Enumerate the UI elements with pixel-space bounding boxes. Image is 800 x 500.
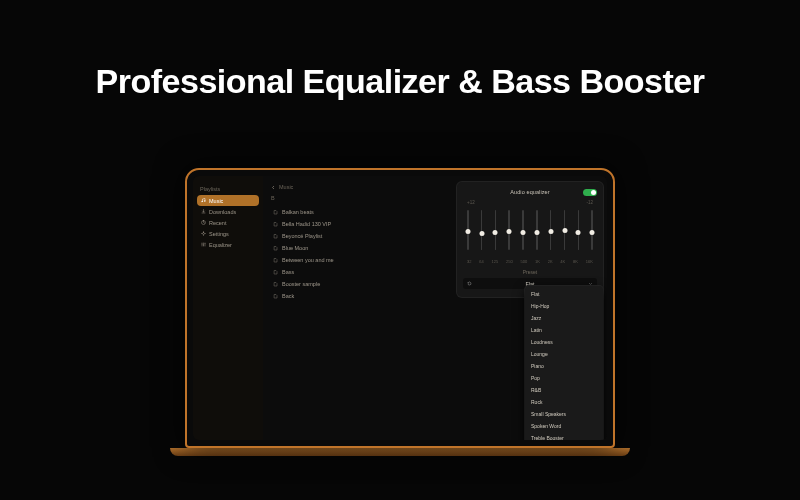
slider-track (495, 210, 497, 250)
eq-band-32[interactable] (467, 210, 469, 254)
sidebar-item-label: Recent (209, 220, 226, 226)
freq-label: 125 (492, 259, 499, 264)
chevron-left-icon (271, 185, 276, 190)
eq-band-125[interactable] (495, 210, 497, 254)
laptop-base (170, 448, 630, 456)
freq-label: 64 (479, 259, 483, 264)
track-title: Blue Moon (282, 245, 308, 251)
slider-track (481, 210, 483, 250)
equalizer-panel: Audio equalizer +12 -12 32641252505001K2… (457, 182, 603, 297)
freq-label: 500 (520, 259, 527, 264)
preset-option[interactable]: Hip-Hop (525, 300, 603, 312)
file-icon (273, 258, 278, 263)
slider-knob[interactable] (479, 231, 484, 236)
slider-knob[interactable] (465, 229, 470, 234)
freq-label: 16K (586, 259, 593, 264)
preset-option[interactable]: Latin (525, 324, 603, 336)
breadcrumb-label: Music (279, 184, 293, 190)
app-screen: Playlists MusicDownloadsRecentSettingsEq… (193, 176, 607, 440)
preset-option[interactable]: Lounge (525, 348, 603, 360)
laptop-bezel: Playlists MusicDownloadsRecentSettingsEq… (185, 168, 615, 448)
equalizer-title: Audio equalizer (510, 189, 549, 195)
preset-option[interactable]: Small Speakers (525, 408, 603, 420)
slider-track (578, 210, 580, 250)
download-icon (201, 209, 206, 214)
preset-option[interactable]: Rock (525, 396, 603, 408)
eq-band-4K[interactable] (564, 210, 566, 254)
slider-knob[interactable] (562, 228, 567, 233)
freq-label: 2K (548, 259, 553, 264)
sidebar-item-label: Equalizer (209, 242, 232, 248)
file-icon (273, 210, 278, 215)
eq-frequencies: 32641252505001K2K4K8K16K (463, 259, 597, 264)
eq-band-64[interactable] (481, 210, 483, 254)
file-icon (273, 294, 278, 299)
preset-option[interactable]: Spoken Word (525, 420, 603, 432)
eq-scale: +12 -12 (463, 200, 597, 205)
slider-knob[interactable] (507, 229, 512, 234)
preset-option[interactable]: Loudness (525, 336, 603, 348)
freq-label: 32 (467, 259, 471, 264)
track-title: Bass (282, 269, 294, 275)
sidebar-item-equalizer[interactable]: Equalizer (197, 239, 259, 250)
preset-dropdown: FlatHip-HopJazzLatinLoudnessLoungePianoP… (525, 286, 603, 440)
music-icon (201, 198, 206, 203)
sidebar-item-label: Music (209, 198, 223, 204)
scale-top: +12 (467, 200, 475, 205)
slider-track (522, 210, 524, 250)
main-pane: Music B Balkan beatsBella Hadid 130 VIPB… (263, 176, 607, 440)
eq-band-8K[interactable] (578, 210, 580, 254)
eq-band-1K[interactable] (536, 210, 538, 254)
track-title: Beyoncé Playlist (282, 233, 322, 239)
slider-track (536, 210, 538, 250)
slider-track (550, 210, 552, 250)
freq-label: 8K (573, 259, 578, 264)
laptop-mockup: Playlists MusicDownloadsRecentSettingsEq… (185, 168, 615, 456)
slider-knob[interactable] (548, 229, 553, 234)
preset-section-title: Preset (463, 269, 597, 275)
sidebar-item-downloads[interactable]: Downloads (197, 206, 259, 217)
freq-label: 4K (560, 259, 565, 264)
slider-track (467, 210, 469, 250)
file-icon (273, 222, 278, 227)
preset-option[interactable]: Jazz (525, 312, 603, 324)
eq-band-500[interactable] (522, 210, 524, 254)
slider-knob[interactable] (534, 230, 539, 235)
clock-icon (201, 220, 206, 225)
sidebar-item-label: Settings (209, 231, 229, 237)
eq-band-250[interactable] (508, 210, 510, 254)
gear-icon (201, 231, 206, 236)
slider-knob[interactable] (521, 230, 526, 235)
app-window: Playlists MusicDownloadsRecentSettingsEq… (193, 176, 607, 440)
reset-icon[interactable] (467, 281, 472, 286)
sidebar-item-recent[interactable]: Recent (197, 217, 259, 228)
preset-option[interactable]: Treble Booster (525, 432, 603, 440)
track-title: Balkan beats (282, 209, 314, 215)
eq-sliders (463, 208, 597, 256)
equalizer-header: Audio equalizer (463, 187, 597, 197)
slider-track (564, 210, 566, 250)
track-title: Between you and me (282, 257, 334, 263)
slider-knob[interactable] (576, 230, 581, 235)
file-icon (273, 270, 278, 275)
slider-track (591, 210, 593, 250)
preset-option[interactable]: R&B (525, 384, 603, 396)
slider-knob[interactable] (493, 230, 498, 235)
eq-band-2K[interactable] (550, 210, 552, 254)
scale-bot: -12 (586, 200, 593, 205)
track-title: Back (282, 293, 294, 299)
freq-label: 250 (506, 259, 513, 264)
slider-knob[interactable] (590, 230, 595, 235)
track-title: Bella Hadid 130 VIP (282, 221, 331, 227)
file-icon (273, 246, 278, 251)
sidebar-item-music[interactable]: Music (197, 195, 259, 206)
sidebar-section-title: Playlists (200, 186, 256, 192)
sliders-icon (201, 242, 206, 247)
sidebar-item-settings[interactable]: Settings (197, 228, 259, 239)
equalizer-toggle[interactable] (583, 189, 597, 196)
preset-option[interactable]: Piano (525, 360, 603, 372)
preset-option[interactable]: Flat (525, 288, 603, 300)
preset-option[interactable]: Pop (525, 372, 603, 384)
eq-band-16K[interactable] (591, 210, 593, 254)
track-title: Booster sample (282, 281, 320, 287)
